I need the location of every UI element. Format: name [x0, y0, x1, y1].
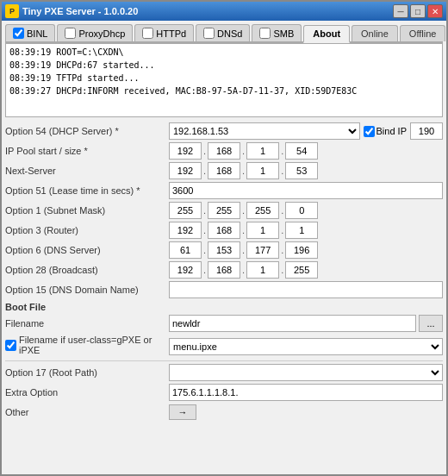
- other-input-row: →: [169, 404, 443, 420]
- title-bar-left: P Tiny PXE Server - 1.0.0.20: [5, 4, 138, 18]
- opt28-part2[interactable]: [208, 261, 240, 279]
- opt51-label: Option 51 (Lease time in secs) *: [5, 185, 169, 196]
- opt1-part1[interactable]: [169, 202, 202, 219]
- ip-pool-label: IP Pool start / size *: [5, 146, 169, 156]
- opt17-select[interactable]: [169, 364, 443, 381]
- filename-if-checkbox[interactable]: [5, 340, 16, 351]
- opt1-part4[interactable]: [285, 202, 318, 219]
- ip-pool-part1[interactable]: [169, 142, 202, 160]
- bind-ip-input[interactable]: [410, 122, 443, 140]
- boot-file-header: Boot File: [5, 302, 443, 312]
- ip-pool-input-row: . . .: [169, 142, 443, 160]
- filename-if-checkbox-row[interactable]: Filename if user-class=gPXE or iPXE: [5, 335, 169, 355]
- other-label: Other: [5, 407, 169, 417]
- opt6-input-row: . . .: [169, 241, 443, 259]
- maximize-button[interactable]: □: [410, 4, 426, 18]
- minimize-button[interactable]: ─: [393, 4, 408, 18]
- ip-pool-part3[interactable]: [246, 142, 279, 160]
- opt6-part4[interactable]: [285, 241, 318, 259]
- filename-input-row: ...: [169, 315, 443, 332]
- httpd-checkbox[interactable]: [142, 28, 153, 39]
- opt28-part1[interactable]: [169, 261, 202, 279]
- next-server-row: Next-Server . . .: [5, 162, 443, 179]
- tab-smb[interactable]: SMB: [252, 24, 302, 41]
- tab-offline[interactable]: Offline: [400, 25, 446, 41]
- opt54-row: Option 54 (DHCP Server) * 192.168.1.53 B…: [5, 122, 443, 140]
- smb-checkbox[interactable]: [259, 28, 271, 39]
- opt3-row: Option 3 (Router) . . .: [5, 222, 443, 239]
- dnsd-checkbox[interactable]: [203, 28, 215, 39]
- extra-option-label: Extra Option: [5, 387, 169, 398]
- title-bar: P Tiny PXE Server - 1.0.0.20 ─ □ ✕: [2, 2, 446, 21]
- opt6-part3[interactable]: [246, 241, 279, 259]
- ip-pool-part4[interactable]: [285, 142, 318, 160]
- opt51-row: Option 51 (Lease time in secs) *: [5, 182, 443, 199]
- filename-if-label: Filename if user-class=gPXE or iPXE: [5, 335, 169, 358]
- ip-pool-part2[interactable]: [208, 142, 240, 160]
- opt6-label: Option 6 (DNS Server): [5, 245, 169, 255]
- filename-if-control: menu.ipxe: [169, 338, 443, 355]
- binl-checkbox[interactable]: [13, 28, 24, 39]
- next-server-part2[interactable]: [208, 162, 240, 179]
- close-button[interactable]: ✕: [427, 4, 443, 18]
- next-server-input-row: . . .: [169, 162, 443, 179]
- opt54-input-row: 192.168.1.53 Bind IP: [169, 122, 443, 140]
- filename-row: Filename ...: [5, 315, 443, 332]
- opt3-input-row: . . .: [169, 222, 443, 239]
- tab-binl[interactable]: BINL: [5, 24, 55, 41]
- other-arrow-button[interactable]: →: [169, 404, 196, 420]
- extra-option-control: [169, 384, 443, 401]
- ip-pool-control: . . .: [169, 142, 443, 160]
- opt15-input[interactable]: [169, 281, 443, 298]
- proxydhcp-checkbox[interactable]: [65, 28, 76, 39]
- content-area: BINL ProxyDhcp HTTPd DNSd SMB About Onli…: [2, 21, 446, 474]
- tab-dnsd[interactable]: DNSd: [196, 24, 250, 41]
- opt1-control: . . .: [169, 202, 443, 219]
- opt28-part4[interactable]: [285, 261, 318, 279]
- extra-option-input[interactable]: [169, 384, 443, 401]
- next-server-label: Next-Server: [5, 166, 169, 176]
- opt51-input[interactable]: [169, 182, 443, 199]
- log-area: 08:39:19 ROOT=C:\CXDN\08:39:19 DHCPd:67 …: [5, 43, 443, 117]
- window-title: Tiny PXE Server - 1.0.0.20: [22, 6, 138, 16]
- opt6-control: . . .: [169, 241, 443, 259]
- opt6-part2[interactable]: [208, 241, 240, 259]
- opt3-part3[interactable]: [246, 222, 279, 239]
- opt3-part2[interactable]: [208, 222, 240, 239]
- main-window: P Tiny PXE Server - 1.0.0.20 ─ □ ✕ BINL …: [0, 0, 448, 476]
- next-server-part4[interactable]: [285, 162, 318, 179]
- tab-bar: BINL ProxyDhcp HTTPd DNSd SMB About Onli…: [5, 24, 443, 43]
- bind-ip-label[interactable]: Bind IP: [364, 126, 407, 137]
- opt1-label: Option 1 (Subnet Mask): [5, 205, 169, 216]
- next-server-part1[interactable]: [169, 162, 202, 179]
- opt51-control: [169, 182, 443, 199]
- opt28-control: . . .: [169, 261, 443, 279]
- opt1-part3[interactable]: [246, 202, 279, 219]
- opt28-part3[interactable]: [246, 261, 279, 279]
- filename-input[interactable]: [169, 315, 416, 332]
- opt15-control: [169, 281, 443, 298]
- opt54-select[interactable]: 192.168.1.53: [169, 122, 360, 140]
- opt17-control: [169, 364, 443, 381]
- opt3-part4[interactable]: [285, 222, 318, 239]
- tab-online[interactable]: Online: [352, 25, 398, 41]
- opt1-part2[interactable]: [208, 202, 240, 219]
- other-control: →: [169, 404, 443, 420]
- form-section: Option 54 (DHCP Server) * 192.168.1.53 B…: [5, 122, 443, 471]
- bind-ip-checkbox[interactable]: [364, 126, 375, 137]
- opt6-part1[interactable]: [169, 241, 202, 259]
- tab-httpd[interactable]: HTTPd: [134, 24, 194, 41]
- next-server-part3[interactable]: [246, 162, 279, 179]
- opt28-label: Option 28 (Broadcast): [5, 265, 169, 275]
- filename-label: Filename: [5, 318, 169, 329]
- tab-proxydhcp[interactable]: ProxyDhcp: [57, 24, 133, 41]
- browse-button[interactable]: ...: [419, 315, 443, 332]
- opt3-part1[interactable]: [169, 222, 202, 239]
- opt1-input-row: . . .: [169, 202, 443, 219]
- tab-about[interactable]: About: [303, 25, 350, 43]
- app-icon: P: [5, 4, 19, 18]
- opt17-row: Option 17 (Root Path): [5, 364, 443, 381]
- opt54-label: Option 54 (DHCP Server) *: [5, 126, 169, 136]
- window-controls: ─ □ ✕: [393, 4, 443, 18]
- filename-if-select[interactable]: menu.ipxe: [169, 338, 443, 355]
